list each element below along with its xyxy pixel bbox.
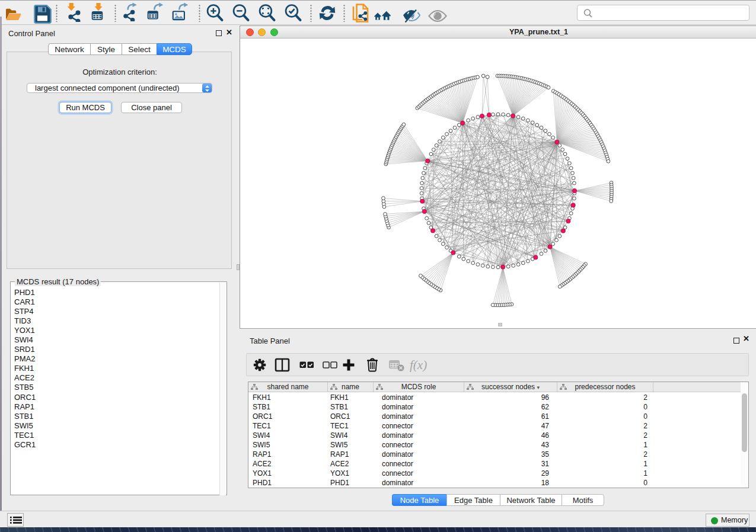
svg-text:f(x): f(x) (410, 358, 427, 372)
